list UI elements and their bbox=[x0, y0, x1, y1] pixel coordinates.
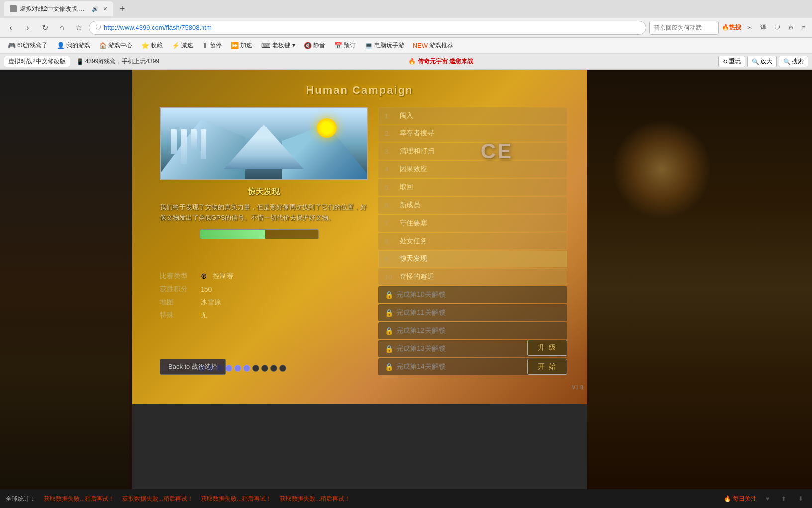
new-tab-button[interactable]: + bbox=[115, 2, 129, 16]
hot-label: 🔥热搜 bbox=[722, 23, 741, 32]
error-4: 获取数据失败...稍后再试！ bbox=[280, 495, 350, 503]
secondary-bar: 虚拟对战2中文修改版 📱 4399游戏盒，手机上玩4399 🔥 传奇元宇宙 邀您… bbox=[0, 54, 812, 70]
mission-item[interactable]: 9.惊天发现 bbox=[378, 251, 567, 267]
tab-bar: 虚拟对战2中文修改版,虚拟对战2中文修改版 🔊 × + bbox=[0, 0, 812, 18]
mission-item[interactable]: 7.守住要塞 bbox=[378, 215, 567, 232]
bookmark-preorder[interactable]: 📅预订 bbox=[330, 40, 360, 51]
mission-item[interactable]: 5.取回 bbox=[378, 179, 567, 196]
bottom-bar: 全球统计： 获取数据失败...稍后再试！ 获取数据失败...稍后再试！ 获取数据… bbox=[0, 489, 812, 508]
zoom-search-button[interactable]: 🔍 搜索 bbox=[779, 56, 808, 67]
mission-item[interactable]: 3.清理和打扫 bbox=[378, 143, 567, 160]
score-label: 获胜积分 bbox=[160, 285, 195, 294]
start-button[interactable]: 开 始 bbox=[527, 359, 567, 375]
bookmark-my-games[interactable]: 👤我的游戏 bbox=[53, 40, 94, 51]
mission-locked-name: 完成第10关解锁 bbox=[396, 290, 561, 299]
mission-item[interactable]: 6.新成员 bbox=[378, 197, 567, 214]
lock-icon: 🔒 bbox=[385, 345, 393, 353]
active-tab[interactable]: 虚拟对战2中文修改版,虚拟对战2中文修改版 🔊 × bbox=[4, 1, 113, 16]
tab-audio-icon: 🔊 bbox=[92, 6, 99, 12]
bookmark-boss-key[interactable]: ⌨老板键 ▾ bbox=[257, 40, 299, 51]
game-container[interactable]: CE Human Campaign 惊天发现 我们终于发现了文物的真实力量，但是… bbox=[132, 70, 587, 404]
mission-name-text: 处女任务 bbox=[400, 237, 561, 246]
bookmark-pause[interactable]: ⏸暂停 bbox=[198, 40, 226, 51]
mission-num: 1. bbox=[385, 112, 400, 120]
nav-home-button[interactable]: ⌂ bbox=[55, 21, 69, 35]
nav-forward-button[interactable]: › bbox=[21, 21, 35, 35]
mission-num: 4. bbox=[385, 166, 400, 173]
mission-name-text: 惊天发现 bbox=[400, 254, 561, 263]
difficulty-dot-6 bbox=[243, 365, 250, 372]
mission-num: 2. bbox=[385, 130, 400, 137]
difficulty-dot-10 bbox=[279, 365, 286, 372]
mission-item[interactable]: 8.处女任务 bbox=[378, 233, 567, 250]
match-type-label: 比赛类型 bbox=[160, 272, 195, 281]
difficulty-dot-5 bbox=[234, 365, 241, 372]
stat-row-special: 特殊 无 bbox=[160, 311, 368, 320]
mission-name-text: 取回 bbox=[400, 183, 561, 192]
progress-bar-bg bbox=[200, 229, 319, 239]
mission-item[interactable]: 10.奇怪的邂逅 bbox=[378, 268, 567, 285]
cut-icon[interactable]: ✂ bbox=[744, 23, 755, 32]
address-input[interactable]: 🛡 http://www.4399.com/flash/75808.htm bbox=[89, 21, 646, 35]
nav-reload-button[interactable]: ↻ bbox=[38, 21, 52, 35]
mission-item[interactable]: 1.闯入 bbox=[378, 107, 567, 124]
bookmark-game-center[interactable]: 🏠游戏中心 bbox=[95, 40, 136, 51]
bookmark-new-games[interactable]: NEW游戏推荐 bbox=[409, 40, 457, 51]
promo-item[interactable]: 🔥 传奇元宇宙 邀您来战 bbox=[408, 57, 473, 66]
nav-star-button[interactable]: ☆ bbox=[72, 21, 86, 35]
progress-bar-fill bbox=[200, 230, 265, 239]
mission-num: 9. bbox=[385, 255, 400, 263]
game-title-label: 虚拟对战2中文修改版 bbox=[4, 56, 70, 67]
translate-icon[interactable]: 译 bbox=[757, 22, 769, 33]
upload-icon[interactable]: ⬆ bbox=[778, 494, 789, 503]
extensions-icon[interactable]: ⚙ bbox=[785, 23, 797, 32]
action-buttons: 升 级 开 始 bbox=[527, 340, 567, 375]
mission-item[interactable]: 4.因果效应 bbox=[378, 161, 567, 178]
lock-icon: 🔒 bbox=[385, 309, 393, 317]
search-input[interactable] bbox=[649, 21, 719, 35]
mission-num: 3. bbox=[385, 148, 400, 155]
zoom-in-button[interactable]: 🔍 放大 bbox=[747, 56, 777, 67]
mission-item: 🔒完成第10关解锁 bbox=[378, 286, 567, 303]
menu-icon[interactable]: ≡ bbox=[799, 23, 808, 32]
mission-name-text: 奇怪的邂逅 bbox=[400, 272, 561, 281]
upgrade-button[interactable]: 升 级 bbox=[527, 340, 567, 356]
tab-close-icon[interactable]: × bbox=[103, 5, 107, 13]
bookmark-slow[interactable]: ⚡减速 bbox=[168, 40, 197, 51]
right-glow bbox=[612, 120, 711, 219]
stat-row-map: 地图 冰雪原 bbox=[160, 298, 368, 307]
reload-button[interactable]: ↻ 重玩 bbox=[718, 56, 745, 67]
shield-icon[interactable]: 🛡 bbox=[771, 23, 783, 32]
mission-desc: 我们终于发现了文物的真实力量，但是形好像再次找到了它们的位置，好像文物发出了类似… bbox=[160, 202, 368, 223]
lock-icon: 🔒 bbox=[385, 363, 393, 371]
special-label: 特殊 bbox=[160, 311, 195, 320]
download-icon[interactable]: ⬇ bbox=[795, 494, 806, 503]
difficulty-dot-4 bbox=[225, 365, 232, 372]
bookmark-games-box[interactable]: 🎮60游戏盒子 bbox=[4, 40, 52, 51]
mission-name-text: 幸存者搜寻 bbox=[400, 129, 561, 138]
bookmark-speed[interactable]: ⏩加速 bbox=[227, 40, 256, 51]
phone-play-item[interactable]: 📱 4399游戏盒，手机上玩4399 bbox=[72, 56, 163, 67]
mission-list: 1.闯入2.幸存者搜寻3.清理和打扫4.因果效应5.取回6.新成员7.守住要塞8… bbox=[378, 107, 567, 376]
back-to-campaign-button[interactable]: Back to 战役选择 bbox=[160, 359, 226, 375]
side-art-left bbox=[0, 70, 132, 508]
bookmark-mute[interactable]: 🔇静音 bbox=[300, 40, 329, 51]
ice-pillars bbox=[171, 129, 206, 164]
nav-back-button[interactable]: ‹ bbox=[4, 21, 18, 35]
bookmark-favorites[interactable]: ⭐收藏 bbox=[137, 40, 167, 51]
reload-btns: ↻ 重玩 🔍 放大 🔍 搜索 bbox=[718, 56, 808, 67]
bookmark-pc-play[interactable]: 💻电脑玩手游 bbox=[361, 40, 408, 51]
bottom-right: 🔥 每日关注 ♥ ⬆ ⬇ bbox=[724, 494, 806, 503]
error-2: 获取数据失败...稍后再试！ bbox=[122, 495, 193, 503]
heart-icon[interactable]: ♥ bbox=[763, 494, 772, 503]
side-art-right bbox=[587, 70, 812, 508]
phone-label: 4399游戏盒，手机上玩4399 bbox=[85, 57, 159, 66]
stat-row-score: 获胜积分 150 bbox=[160, 285, 368, 294]
search-area: 🔥热搜 bbox=[649, 21, 741, 35]
mission-name-text: 闯入 bbox=[400, 111, 561, 120]
tab-title: 虚拟对战2中文修改版,虚拟对战2中文修改版 bbox=[20, 5, 89, 13]
tab-favicon bbox=[10, 5, 17, 12]
stat-row-type: 比赛类型 ⊛ 控制赛 bbox=[160, 271, 368, 281]
mission-item[interactable]: 2.幸存者搜寻 bbox=[378, 125, 567, 142]
follow-btn[interactable]: 🔥 每日关注 bbox=[724, 495, 757, 503]
